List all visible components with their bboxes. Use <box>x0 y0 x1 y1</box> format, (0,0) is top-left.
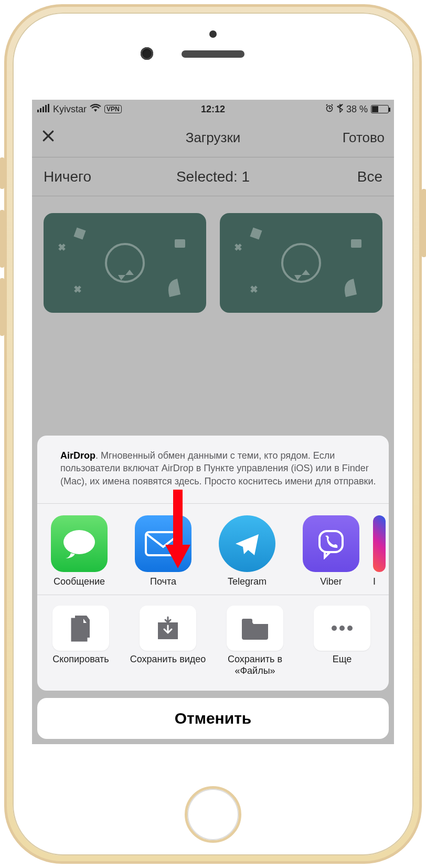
messages-icon <box>51 515 108 572</box>
telegram-icon <box>219 515 275 572</box>
airdrop-text: AirDrop. Мгновенный обмен данными с теми… <box>60 449 377 488</box>
action-label: Скопировать <box>52 654 109 677</box>
action-label: Еще <box>333 654 352 677</box>
cancel-button[interactable]: Отменить <box>37 698 389 739</box>
more-icon <box>314 606 370 651</box>
action-copy[interactable]: Скопировать <box>37 606 124 677</box>
share-app-messages[interactable]: Сообщение <box>37 515 121 587</box>
home-button[interactable] <box>185 786 241 843</box>
viber-icon <box>303 515 359 572</box>
copy-icon <box>52 606 109 651</box>
svg-point-13 <box>63 530 95 554</box>
svg-rect-15 <box>320 531 343 552</box>
action-save-files[interactable]: Сохранить в «Файлы» <box>211 606 299 677</box>
action-label: Сохранить в «Файлы» <box>211 654 299 677</box>
app-label: Почта <box>150 576 176 587</box>
folder-icon <box>227 606 283 651</box>
svg-rect-17 <box>242 619 252 623</box>
svg-point-19 <box>339 626 345 631</box>
share-app-instagram[interactable]: I <box>373 515 389 587</box>
airdrop-section: AirDrop. Мгновенный обмен данными с теми… <box>37 436 389 504</box>
share-app-telegram[interactable]: Telegram <box>205 515 289 587</box>
app-label: Telegram <box>228 576 267 587</box>
action-more[interactable]: Еще <box>299 606 386 677</box>
svg-rect-14 <box>146 532 180 555</box>
cancel-label: Отменить <box>175 710 252 727</box>
share-sheet: AirDrop. Мгновенный обмен данными с теми… <box>37 436 389 739</box>
svg-point-20 <box>347 626 353 631</box>
share-app-viber[interactable]: Viber <box>289 515 373 587</box>
share-app-mail[interactable]: Почта <box>121 515 205 587</box>
action-label: Сохранить видео <box>130 654 206 677</box>
mail-icon <box>135 515 191 572</box>
app-label: I <box>373 576 376 587</box>
app-label: Сообщение <box>54 576 105 587</box>
screen: Kyivstar VPN 12:12 38 % Загрузки Готово … <box>32 100 394 744</box>
action-save-video[interactable]: Сохранить видео <box>124 606 211 677</box>
instagram-icon <box>373 515 386 572</box>
save-video-icon <box>140 606 196 651</box>
app-label: Viber <box>320 576 342 587</box>
svg-point-18 <box>332 626 337 631</box>
